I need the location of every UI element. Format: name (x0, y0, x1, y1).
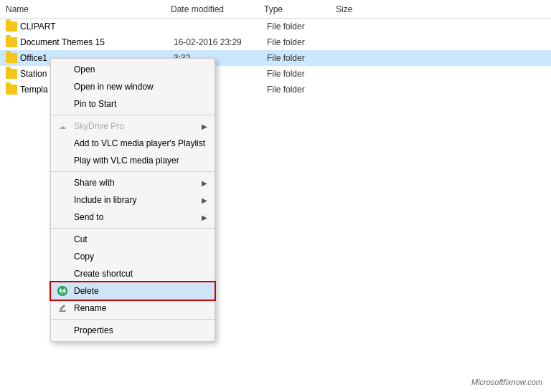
file-date: 16-02-2016 23:29 (174, 37, 267, 47)
context-menu-item-label: Include in library (74, 195, 136, 205)
context-menu-item-share-with[interactable]: Share with▶ (51, 174, 215, 191)
context-menu-item-open[interactable]: Open (51, 61, 215, 78)
file-name: Document Themes 15 (20, 37, 174, 47)
column-header: Name Date modified Type Size (0, 0, 551, 19)
context-menu-separator (51, 171, 215, 172)
file-row[interactable]: CLIPARTFile folder (0, 19, 551, 34)
context-menu-item-label: Open (74, 64, 95, 75)
recycle-icon (57, 285, 68, 297)
context-menu-item-skydrive-pro: ☁SkyDrive Pro▶ (51, 118, 215, 135)
context-menu-item-delete[interactable]: Delete (51, 282, 215, 300)
submenu-arrow-icon: ▶ (202, 214, 207, 221)
context-menu-item-label: Pin to Start (74, 99, 116, 109)
context-menu-item-label: Cut (74, 234, 88, 244)
submenu-arrow-icon: ▶ (202, 123, 207, 130)
context-menu-item-properties[interactable]: Properties (51, 322, 215, 339)
col-date-header[interactable]: Date modified (171, 4, 264, 14)
folder-icon (6, 21, 17, 32)
context-menu-item-create-shortcut[interactable]: Create shortcut (51, 265, 215, 282)
explorer-window: Name Date modified Type Size CLIPARTFile… (0, 0, 551, 392)
watermark: Microsoftfixnow.com (471, 378, 542, 386)
context-menu-item-play-vlc[interactable]: Play with VLC media player (51, 152, 215, 169)
file-name: CLIPART (20, 21, 174, 32)
context-menu: OpenOpen in new windowPin to Start☁SkyDr… (50, 58, 215, 342)
context-menu-item-rename[interactable]: Rename (51, 300, 215, 317)
context-menu-item-pin-to-start[interactable]: Pin to Start (51, 95, 215, 113)
context-menu-item-label: Properties (74, 325, 113, 335)
col-type-header[interactable]: Type (264, 4, 336, 14)
context-menu-item-add-vlc-playlist[interactable]: Add to VLC media player's Playlist (51, 135, 215, 152)
file-type: File folder (267, 85, 339, 95)
file-list: CLIPARTFile folderDocument Themes 1516-0… (0, 19, 551, 392)
file-type: File folder (267, 69, 339, 79)
context-menu-item-label: Play with VLC media player (74, 156, 179, 166)
context-menu-item-send-to[interactable]: Send to▶ (51, 209, 215, 226)
col-size-header[interactable]: Size (336, 4, 393, 14)
col-name-header[interactable]: Name (6, 4, 171, 14)
context-menu-separator (51, 228, 215, 229)
cloud-icon: ☁ (57, 120, 68, 132)
file-type: File folder (267, 21, 339, 32)
context-menu-separator (51, 115, 215, 115)
context-menu-item-label: SkyDrive Pro (74, 121, 124, 131)
context-menu-item-cut[interactable]: Cut (51, 231, 215, 248)
submenu-arrow-icon: ▶ (202, 179, 207, 187)
context-menu-separator (51, 319, 215, 320)
context-menu-item-copy[interactable]: Copy (51, 248, 215, 265)
svg-rect-1 (59, 310, 66, 312)
context-menu-item-open-new-window[interactable]: Open in new window (51, 78, 215, 95)
context-menu-item-label: Send to (74, 212, 103, 222)
context-menu-item-label: Rename (74, 303, 106, 313)
submenu-arrow-icon: ▶ (202, 196, 207, 204)
rename-icon (57, 302, 68, 314)
context-menu-item-label: Open in new window (74, 82, 154, 92)
folder-icon (6, 69, 17, 79)
folder-icon (6, 85, 17, 95)
context-menu-item-label: Copy (74, 252, 94, 262)
context-menu-item-label: Add to VLC media player's Playlist (74, 138, 205, 148)
folder-icon (6, 53, 17, 63)
context-menu-item-label: Create shortcut (74, 269, 133, 279)
file-row[interactable]: Document Themes 1516-02-2016 23:29File f… (0, 34, 551, 50)
context-menu-item-include-library[interactable]: Include in library▶ (51, 191, 215, 209)
file-type: File folder (267, 37, 339, 47)
folder-icon (6, 37, 17, 47)
context-menu-item-label: Delete (74, 286, 99, 296)
context-menu-item-label: Share with (74, 178, 115, 188)
file-type: File folder (267, 53, 339, 63)
